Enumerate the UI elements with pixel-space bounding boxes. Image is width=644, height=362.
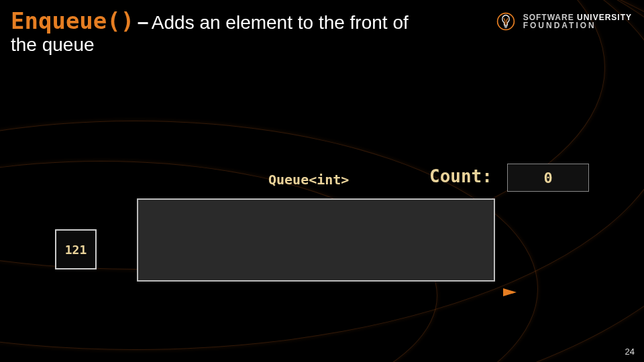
- count-label: Count:: [429, 166, 492, 186]
- title-dash: –: [138, 11, 149, 33]
- title-desc-line2: the queue: [11, 35, 467, 54]
- method-name: Enqueue(): [11, 7, 134, 34]
- slide-title: Enqueue() – Adds an element to the front…: [11, 9, 467, 54]
- brand-logo: SOFTWARE UNIVERSITY FOUNDATION: [494, 9, 632, 34]
- element-box: 121: [55, 229, 97, 269]
- slide-number: 24: [625, 347, 635, 357]
- logo-line2: FOUNDATION: [523, 21, 632, 29]
- count-value-box: 0: [507, 164, 589, 192]
- svg-marker-4: [503, 288, 517, 296]
- queue-container: [137, 198, 495, 282]
- queue-type-label: Queue<int>: [268, 172, 349, 188]
- direction-arrow: [141, 291, 517, 294]
- lightbulb-icon: [494, 9, 518, 34]
- title-desc-line1: Adds an element to the front of: [152, 12, 409, 33]
